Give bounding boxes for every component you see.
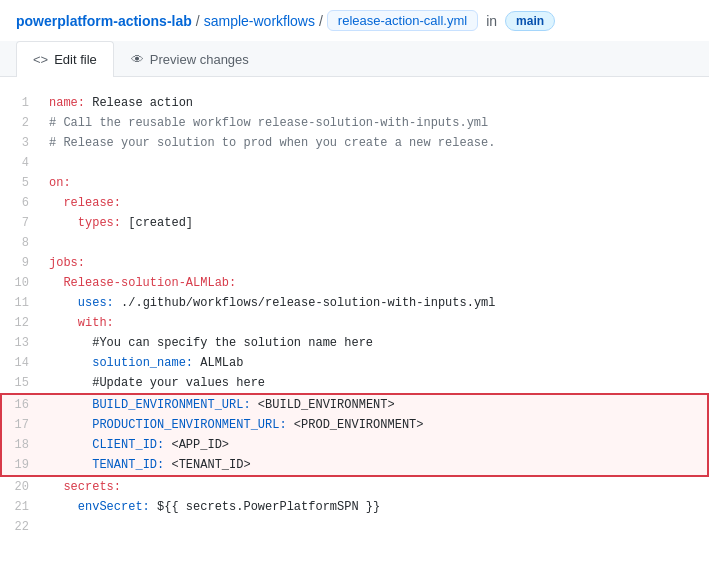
line-code: CLIENT_ID: <APP_ID> xyxy=(41,435,708,455)
table-row: 3# Release your solution to prod when yo… xyxy=(1,133,708,153)
line-code: envSecret: ${{ secrets.PowerPlatformSPN … xyxy=(41,497,708,517)
line-number: 19 xyxy=(1,455,41,476)
table-row: 16 BUILD_ENVIRONMENT_URL: <BUILD_ENVIRON… xyxy=(1,394,708,415)
breadcrumb-repo[interactable]: powerplatform-actions-lab xyxy=(16,13,192,29)
line-code: release: xyxy=(41,193,708,213)
line-number: 13 xyxy=(1,333,41,353)
line-number: 20 xyxy=(1,476,41,497)
line-code: TENANT_ID: <TENANT_ID> xyxy=(41,455,708,476)
breadcrumb-branch[interactable]: main xyxy=(505,11,555,31)
line-code: #Update your values here xyxy=(41,373,708,394)
line-number: 18 xyxy=(1,435,41,455)
line-number: 6 xyxy=(1,193,41,213)
code-area: 1name: Release action2# Call the reusabl… xyxy=(0,77,709,553)
line-code: jobs: xyxy=(41,253,708,273)
tab-edit-label: Edit file xyxy=(54,52,97,67)
line-number: 17 xyxy=(1,415,41,435)
line-code: types: [created] xyxy=(41,213,708,233)
table-row: 17 PRODUCTION_ENVIRONMENT_URL: <PROD_ENV… xyxy=(1,415,708,435)
table-row: 1name: Release action xyxy=(1,93,708,113)
table-row: 10 Release-solution-ALMLab: xyxy=(1,273,708,293)
line-code: secrets: xyxy=(41,476,708,497)
table-row: 6 release: xyxy=(1,193,708,213)
line-code: #You can specify the solution name here xyxy=(41,333,708,353)
line-code: solution_name: ALMLab xyxy=(41,353,708,373)
line-code: BUILD_ENVIRONMENT_URL: <BUILD_ENVIRONMEN… xyxy=(41,394,708,415)
table-row: 5on: xyxy=(1,173,708,193)
table-row: 7 types: [created] xyxy=(1,213,708,233)
table-row: 20 secrets: xyxy=(1,476,708,497)
tabs-bar: <> Edit file 👁 Preview changes xyxy=(0,41,709,77)
line-code: uses: ./.github/workflows/release-soluti… xyxy=(41,293,708,313)
tab-edit[interactable]: <> Edit file xyxy=(16,41,114,77)
line-number: 9 xyxy=(1,253,41,273)
edit-icon: <> xyxy=(33,52,48,67)
line-number: 4 xyxy=(1,153,41,173)
line-code: on: xyxy=(41,173,708,193)
table-row: 18 CLIENT_ID: <APP_ID> xyxy=(1,435,708,455)
code-table: 1name: Release action2# Call the reusabl… xyxy=(0,93,709,537)
line-number: 1 xyxy=(1,93,41,113)
line-code xyxy=(41,233,708,253)
tab-preview-label: Preview changes xyxy=(150,52,249,67)
table-row: 11 uses: ./.github/workflows/release-sol… xyxy=(1,293,708,313)
breadcrumb-sep2: / xyxy=(319,13,323,29)
line-number: 15 xyxy=(1,373,41,394)
line-code: PRODUCTION_ENVIRONMENT_URL: <PROD_ENVIRO… xyxy=(41,415,708,435)
breadcrumb-in-label: in xyxy=(486,13,497,29)
breadcrumb: powerplatform-actions-lab / sample-workf… xyxy=(0,0,709,41)
table-row: 9jobs: xyxy=(1,253,708,273)
line-number: 21 xyxy=(1,497,41,517)
line-number: 16 xyxy=(1,394,41,415)
line-number: 12 xyxy=(1,313,41,333)
table-row: 13 #You can specify the solution name he… xyxy=(1,333,708,353)
eye-icon: 👁 xyxy=(131,52,144,67)
breadcrumb-file: release-action-call.yml xyxy=(327,10,478,31)
line-code: # Call the reusable workflow release-sol… xyxy=(41,113,708,133)
line-number: 5 xyxy=(1,173,41,193)
line-code: # Release your solution to prod when you… xyxy=(41,133,708,153)
table-row: 2# Call the reusable workflow release-so… xyxy=(1,113,708,133)
line-number: 2 xyxy=(1,113,41,133)
table-row: 19 TENANT_ID: <TENANT_ID> xyxy=(1,455,708,476)
line-code: with: xyxy=(41,313,708,333)
line-number: 10 xyxy=(1,273,41,293)
table-row: 14 solution_name: ALMLab xyxy=(1,353,708,373)
line-code: Release-solution-ALMLab: xyxy=(41,273,708,293)
line-code xyxy=(41,517,708,537)
table-row: 12 with: xyxy=(1,313,708,333)
line-number: 22 xyxy=(1,517,41,537)
table-row: 21 envSecret: ${{ secrets.PowerPlatformS… xyxy=(1,497,708,517)
line-number: 3 xyxy=(1,133,41,153)
table-row: 15 #Update your values here xyxy=(1,373,708,394)
table-row: 8 xyxy=(1,233,708,253)
line-code xyxy=(41,153,708,173)
tab-preview[interactable]: 👁 Preview changes xyxy=(114,41,266,77)
line-code: name: Release action xyxy=(41,93,708,113)
table-row: 4 xyxy=(1,153,708,173)
table-row: 22 xyxy=(1,517,708,537)
breadcrumb-sep1: / xyxy=(196,13,200,29)
line-number: 14 xyxy=(1,353,41,373)
line-number: 11 xyxy=(1,293,41,313)
breadcrumb-folder[interactable]: sample-workflows xyxy=(204,13,315,29)
line-number: 7 xyxy=(1,213,41,233)
line-number: 8 xyxy=(1,233,41,253)
